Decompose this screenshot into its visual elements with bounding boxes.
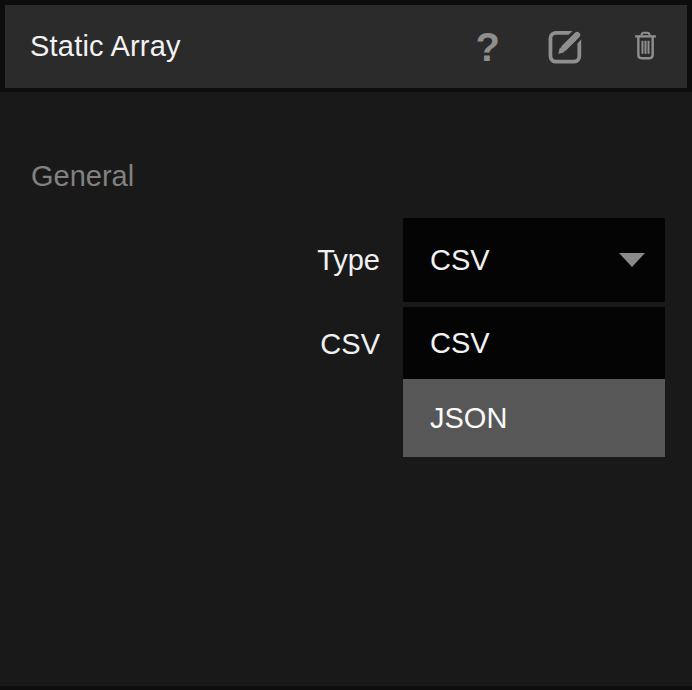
panel-header: Static Array ?	[0, 0, 692, 92]
panel-header-bar: Static Array ?	[5, 5, 687, 88]
dropdown-option-json[interactable]: JSON	[403, 379, 665, 457]
panel-bottom-edge	[0, 686, 692, 690]
trash-icon	[632, 29, 659, 65]
question-mark-icon: ?	[476, 27, 500, 67]
type-select[interactable]: CSV	[403, 218, 665, 302]
field-label-type: Type	[317, 218, 380, 302]
panel-title: Static Array	[30, 30, 181, 63]
header-actions: ?	[476, 25, 659, 68]
field-label-csv: CSV	[320, 307, 380, 382]
type-dropdown-menu: CSV JSON	[403, 307, 665, 457]
help-button[interactable]: ?	[476, 27, 500, 67]
caret-down-icon	[619, 253, 645, 267]
section-title-general: General	[31, 160, 134, 193]
delete-button[interactable]	[632, 29, 659, 65]
edit-button[interactable]	[546, 25, 586, 68]
dropdown-option-csv[interactable]: CSV	[403, 307, 665, 379]
type-select-value: CSV	[430, 244, 490, 277]
edit-icon	[546, 25, 586, 68]
